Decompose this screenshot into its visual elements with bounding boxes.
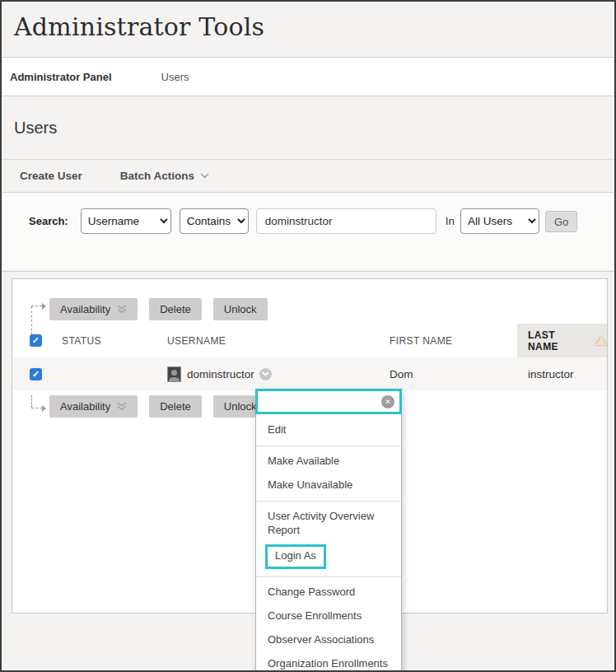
context-menu-list: Edit Make Available Make Unavailable Use… [255, 414, 402, 672]
search-operator-select[interactable]: Contains [180, 208, 249, 234]
header-username[interactable]: USERNAME [167, 335, 390, 347]
search-bar: Search: Username Contains In All Users G… [2, 192, 614, 269]
search-criteria-select[interactable]: Username [81, 208, 171, 234]
chevron-down-icon [200, 173, 209, 179]
chevron-down-icon [262, 371, 269, 376]
menu-item-observer-associations[interactable]: Observer Associations [256, 628, 401, 652]
menu-divider [256, 576, 401, 577]
menu-item-course-enrollments[interactable]: Course Enrollments [256, 604, 401, 628]
breadcrumb: Administrator Panel Users [2, 57, 614, 96]
batch-actions-label: Batch Actions [120, 170, 194, 182]
search-scope-select[interactable]: All Users [460, 208, 539, 234]
menu-divider [256, 446, 401, 446]
context-menu-search-box: ✕ [255, 389, 402, 414]
search-in-label: In [446, 208, 455, 234]
administrator-tools-page: Administrator Tools Administrator Panel … [0, 0, 616, 672]
users-heading-section: Users [2, 96, 614, 159]
action-bar: Create User Batch Actions [2, 159, 614, 192]
header-status[interactable]: STATUS [62, 335, 167, 347]
delete-button[interactable]: Delete [149, 298, 202, 320]
double-chevron-down-icon [117, 402, 127, 411]
menu-item-make-unavailable[interactable]: Make Unavailable [256, 474, 401, 497]
header-first-name[interactable]: FIRST NAME [390, 335, 517, 347]
context-menu-search-input[interactable] [264, 394, 381, 408]
row-checkbox[interactable]: ✓ [30, 368, 42, 380]
create-user-button[interactable]: Create User [20, 170, 82, 182]
table-row: ✓ dominstructor Dom instructor [12, 357, 607, 390]
double-chevron-down-icon [117, 305, 127, 314]
sort-ascending-icon [595, 337, 607, 345]
menu-item-make-available[interactable]: Make Available [256, 450, 401, 474]
availability-label: Availability [60, 303, 110, 315]
menu-divider [256, 501, 401, 502]
row-select-cell: ✓ [12, 368, 62, 380]
delete-button[interactable]: Delete [149, 395, 202, 418]
search-input[interactable] [256, 208, 436, 234]
menu-item-user-activity-overview-report[interactable]: User Activity Overview Report [256, 505, 401, 543]
breadcrumb-users[interactable]: Users [161, 71, 189, 83]
login-as-highlight[interactable]: Login As [265, 544, 326, 569]
user-avatar [167, 366, 181, 382]
search-label: Search: [29, 208, 68, 234]
user-context-menu: ✕ Edit Make Available Make Unavailable U… [255, 389, 402, 672]
users-heading: Users [14, 119, 57, 138]
menu-item-change-password[interactable]: Change Password [256, 581, 401, 604]
availability-label: Availability [60, 400, 110, 413]
availability-button[interactable]: Availability [49, 298, 138, 320]
table-header-row: ✓ STATUS USERNAME FIRST NAME LAST NAME [12, 324, 607, 357]
selection-arrow-icon [29, 395, 50, 413]
app-header: Administrator Tools [2, 2, 614, 57]
row-username-cell: dominstructor [167, 366, 390, 382]
menu-item-organization-enrollments[interactable]: Organization Enrollments [256, 652, 401, 672]
menu-item-edit[interactable]: Edit [256, 418, 401, 442]
batch-actions-menu-button[interactable]: Batch Actions [120, 170, 209, 182]
clear-search-icon[interactable]: ✕ [381, 395, 394, 408]
row-username[interactable]: dominstructor [187, 368, 254, 380]
user-context-menu-button[interactable] [259, 368, 272, 380]
go-button[interactable]: Go [545, 211, 577, 232]
bulk-actions-row-top: Availability Delete Unlock [49, 298, 268, 320]
page-title: Administrator Tools [2, 2, 614, 41]
breadcrumb-admin-panel[interactable]: Administrator Panel [10, 71, 112, 83]
header-last-name[interactable]: LAST NAME [517, 324, 607, 357]
row-last-name: instructor [517, 357, 607, 390]
row-first-name: Dom [390, 368, 517, 380]
select-all-checkbox[interactable]: ✓ [30, 334, 42, 347]
menu-item-login-as[interactable]: Login As [256, 542, 401, 573]
bulk-actions-row-bottom: Availability Delete Unlock [49, 395, 268, 418]
availability-button[interactable]: Availability [49, 395, 138, 418]
unlock-button[interactable]: Unlock [213, 298, 268, 320]
header-last-name-label: LAST NAME [528, 329, 588, 352]
select-all-cell: ✓ [12, 334, 62, 347]
